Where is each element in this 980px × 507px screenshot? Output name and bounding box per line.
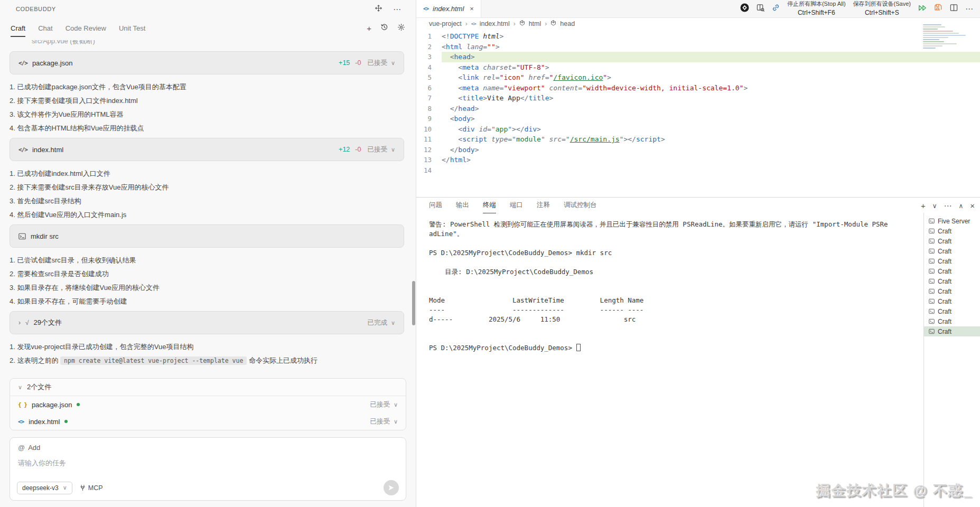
chevron-right-icon[interactable]: › bbox=[18, 319, 21, 326]
new-chat-icon[interactable]: + bbox=[367, 24, 371, 32]
model-select[interactable]: deepseek-v3 ∨ bbox=[17, 482, 72, 494]
files-panel-header[interactable]: ∨ 2个文件 bbox=[10, 379, 406, 396]
terminal-prompt[interactable]: PS D:\2025MyProject\CodeBuddy_Demos> bbox=[429, 343, 919, 353]
terminal-session-item[interactable]: Craft bbox=[924, 276, 980, 286]
terminal-session-item[interactable]: Craft bbox=[924, 256, 980, 266]
html-file-icon: <> bbox=[423, 6, 428, 12]
chevron-down-icon: ∨ bbox=[18, 384, 22, 391]
codebuddy-logo-icon[interactable] bbox=[740, 3, 749, 14]
terminal-session-item[interactable]: Craft bbox=[924, 266, 980, 276]
terminal-session-item[interactable]: Craft bbox=[924, 326, 980, 336]
changed-files-panel: ∨ 2个文件 { } package.json 已接受 ∨ <> index.h… bbox=[10, 378, 406, 430]
files-summary-card[interactable]: › √ 29个文件 已完成 ∨ bbox=[10, 311, 404, 334]
step-item: 3. 如果目录存在，将继续创建Vue应用的核心文件 bbox=[10, 283, 404, 293]
task-input[interactable]: 请输入你的任务 bbox=[18, 458, 398, 468]
tab-code-review[interactable]: Code Review bbox=[66, 20, 106, 37]
save-all-hint[interactable]: 保存到所有设备(Save) Ctrl+Shift+S bbox=[853, 0, 911, 17]
code-file-icon: </> bbox=[18, 60, 27, 67]
terminal-session-item[interactable]: Craft bbox=[924, 246, 980, 256]
settings-gear-icon[interactable] bbox=[397, 23, 405, 33]
chevron-down-icon[interactable]: ∨ bbox=[394, 401, 398, 408]
chat-transcript[interactable]: src/App.vue (被截断) </> package.json +15 -… bbox=[0, 40, 412, 376]
terminal-more-icon[interactable]: ⋯ bbox=[944, 202, 951, 210]
add-context-button[interactable]: @ Add bbox=[18, 444, 398, 452]
terminal-line: Mode LastWriteTime Length Name bbox=[429, 296, 919, 305]
panel-more-icon[interactable]: ⋯ bbox=[393, 5, 401, 13]
maximize-panel-icon[interactable]: ∧ bbox=[958, 203, 963, 209]
chevron-down-icon[interactable]: ∨ bbox=[391, 60, 395, 67]
line-number: 4 bbox=[416, 62, 442, 73]
chevron-down-icon[interactable]: ∨ bbox=[391, 146, 395, 153]
step-item: 1. 已成功创建package.json文件，包含Vue项目的基本配置 bbox=[10, 82, 404, 92]
terminal-session-item[interactable]: Craft bbox=[924, 296, 980, 306]
breadcrumb-separator: › bbox=[514, 20, 516, 27]
mcp-button[interactable]: MCP bbox=[79, 484, 103, 492]
terminal-output[interactable]: 警告: PowerShell 检测到你可能正在使用屏幕阅读器，并且已出于兼容性目… bbox=[429, 220, 919, 505]
terminal-session-item[interactable]: Craft bbox=[924, 226, 980, 236]
tab-problems[interactable]: 问题 bbox=[429, 201, 442, 213]
tool-card-index-html[interactable]: </> index.html +12 -0 已接受 ∨ bbox=[10, 138, 404, 161]
chevron-down-icon[interactable]: ∨ bbox=[391, 320, 395, 326]
line-number: 9 bbox=[416, 114, 442, 124]
tool-card-package-json[interactable]: </> package.json +15 -0 已接受 ∨ bbox=[10, 51, 404, 74]
mcp-label: MCP bbox=[88, 484, 103, 492]
breadcrumb-head[interactable]: head bbox=[560, 20, 575, 27]
code-line: 6 <meta name="viewport" content="width=d… bbox=[416, 83, 980, 93]
link-icon[interactable] bbox=[772, 4, 780, 14]
done-status: 已完成 bbox=[367, 318, 387, 327]
new-terminal-icon[interactable]: + bbox=[921, 202, 926, 210]
tab-unit-test[interactable]: Unit Test bbox=[119, 20, 145, 37]
history-icon[interactable] bbox=[380, 23, 388, 33]
terminal-session-item[interactable]: Five Server bbox=[924, 216, 980, 226]
minimap[interactable] bbox=[923, 24, 972, 51]
breadcrumb-project[interactable]: vue-project bbox=[429, 20, 462, 27]
breadcrumb-html[interactable]: html bbox=[529, 20, 542, 27]
run-all-icon[interactable] bbox=[918, 4, 927, 14]
close-tab-icon[interactable]: × bbox=[470, 5, 474, 13]
tool-card-name: mkdir src bbox=[31, 232, 59, 240]
editor-tab-label: index.html bbox=[433, 5, 464, 13]
html-file-icon: <> bbox=[471, 21, 476, 26]
line-number: 10 bbox=[416, 124, 442, 135]
stop-all-hint[interactable]: 停止所有脚本(Stop All) Ctrl+Shift+F6 bbox=[787, 0, 846, 17]
terminal-session-item[interactable]: Craft bbox=[924, 316, 980, 326]
tab-terminal[interactable]: 终端 bbox=[483, 201, 496, 213]
editor-more-icon[interactable]: ⋯ bbox=[965, 5, 973, 13]
save-all-files-icon[interactable] bbox=[934, 4, 942, 14]
code-file-icon: </> bbox=[18, 146, 27, 153]
terminal-session-item[interactable]: Craft bbox=[924, 286, 980, 296]
chevron-down-icon[interactable]: ∨ bbox=[394, 418, 398, 425]
editor-tab-index-html[interactable]: <> index.html × bbox=[416, 0, 481, 17]
terminal-line: d----- 2025/5/6 11:50 src bbox=[429, 315, 919, 324]
terminal-profile-chevron-icon[interactable]: ∨ bbox=[932, 203, 937, 209]
tab-craft[interactable]: Craft bbox=[11, 20, 25, 37]
tab-ports[interactable]: 端口 bbox=[510, 201, 523, 213]
terminal-session-item[interactable]: Craft bbox=[924, 236, 980, 246]
send-button[interactable] bbox=[384, 480, 399, 495]
tab-comments[interactable]: 注释 bbox=[537, 201, 550, 213]
file-row-index-html[interactable]: <> index.html 已接受 ∨ bbox=[10, 413, 406, 430]
file-row-package-json[interactable]: { } package.json 已接受 ∨ bbox=[10, 396, 406, 413]
split-editor-icon[interactable] bbox=[950, 4, 958, 14]
session-name: Craft bbox=[938, 328, 951, 335]
code-line: 12 </body> bbox=[416, 145, 980, 155]
chat-scrollbar[interactable] bbox=[412, 281, 415, 325]
preview-search-icon[interactable] bbox=[757, 4, 764, 14]
tab-chat[interactable]: Chat bbox=[38, 20, 52, 37]
tab-output[interactable]: 输出 bbox=[456, 201, 469, 213]
code-editor[interactable]: 1<!DOCTYPE html>2<html lang="">3 <head>4… bbox=[416, 30, 980, 175]
tool-card-mkdir-src[interactable]: mkdir src bbox=[10, 224, 404, 248]
file-name: package.json bbox=[32, 401, 72, 409]
step-item: 2. 接下来需要创建src目录来存放Vue应用的核心文件 bbox=[10, 182, 404, 193]
check-icon: √ bbox=[25, 319, 29, 326]
diff-removed: -0 bbox=[355, 146, 361, 153]
step-item: 4. 如果目录不存在，可能需要手动创建 bbox=[10, 296, 404, 307]
step-item: 1. 已尝试创建src目录，但未收到确认结果 bbox=[10, 255, 404, 266]
close-panel-icon[interactable]: × bbox=[970, 202, 975, 210]
terminal-session-item[interactable]: Craft bbox=[924, 306, 980, 316]
step-list: 1. 已成功创建package.json文件，包含Vue项目的基本配置 2. 接… bbox=[10, 82, 404, 134]
tab-debug-console[interactable]: 调试控制台 bbox=[564, 201, 597, 213]
breadcrumb-file[interactable]: index.html bbox=[480, 20, 510, 27]
move-panel-icon[interactable] bbox=[375, 4, 382, 14]
session-name: Craft bbox=[938, 248, 951, 255]
